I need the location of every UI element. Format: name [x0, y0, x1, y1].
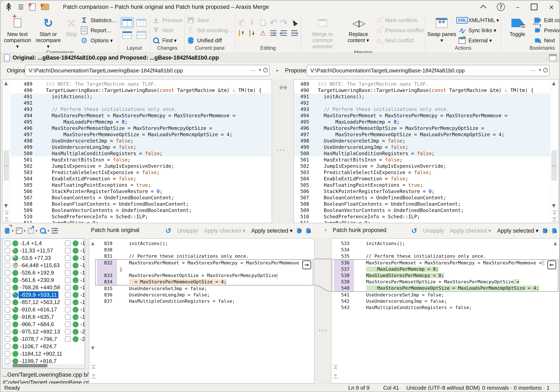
menu-icon[interactable]: ☰ [18, 3, 24, 11]
open-icon[interactable]: + [41, 4, 49, 10]
hunk-list-item[interactable]: -190 [64, 306, 85, 313]
push-right-button[interactable]: → [290, 28, 299, 38]
proposed-path-input[interactable] [307, 65, 550, 76]
hunk-checkbox[interactable] [65, 248, 70, 253]
original-pane[interactable]: ▲ ▼ 489/// NOTE: The TargetMachine owns … [2, 79, 272, 223]
hunk-list-item[interactable]: -1184,12 +902,11 [3, 350, 62, 357]
hunk-list-item[interactable]: -910,6 +616,17 [3, 306, 62, 313]
hunk-checkbox[interactable] [5, 241, 10, 246]
hunk-list-item[interactable]: -975,12 +692,13 [3, 328, 62, 335]
hunk-list-item[interactable]: -1,4 +1,4 [3, 240, 62, 247]
new-text-comparison-button[interactable]: +New text comparison ▾ [3, 15, 32, 50]
hunk-list-item[interactable]: -161 [64, 284, 85, 291]
hunk-checkbox[interactable] [65, 241, 70, 246]
scroll-up-icon[interactable]: ▲ [91, 241, 95, 246]
patch-hunk-original-pane[interactable]: ▲ ▼ 829 initActions();830831 // Perform … [89, 238, 315, 383]
layout-option-3[interactable] [121, 30, 134, 40]
apply-selected-button[interactable]: Apply selected ▾ [497, 227, 539, 234]
hunk-list-item[interactable]: -141 [64, 254, 85, 262]
maximize-pane-icon[interactable] [549, 54, 557, 61]
bookmark-toggle-button[interactable]: ±Toggle [503, 15, 532, 37]
paste-button[interactable] [237, 18, 247, 27]
hunk-list-item[interactable]: -526,6 +192,9 [3, 269, 62, 276]
hunk-list-item[interactable]: -191 [64, 313, 85, 321]
apply-down-icon[interactable]: ↓ [305, 227, 311, 234]
hunk-checkbox[interactable] [65, 277, 70, 283]
original-path-input[interactable] [25, 65, 270, 76]
hunk-list-item[interactable]: -145 [64, 269, 85, 276]
hunk-list-item[interactable]: -151 [64, 276, 85, 284]
hunk-checkbox[interactable] [65, 285, 70, 290]
hunk-checkbox[interactable] [5, 322, 10, 327]
patch-format-button[interactable]: ↷▾ [3, 227, 14, 235]
accept-lines-button[interactable]: ✓ [269, 28, 278, 38]
hunk-checkbox[interactable] [5, 248, 10, 253]
insert-below-button[interactable]: ↓ [247, 28, 257, 38]
hunk-checkbox[interactable] [5, 343, 10, 349]
hunk-checkbox[interactable] [5, 299, 10, 305]
hunk-checkbox[interactable] [65, 262, 70, 268]
hunk-list-item[interactable]: -64,448 +115,63 [3, 262, 62, 269]
hunk-checkbox[interactable] [5, 351, 10, 357]
copy-button[interactable] [258, 18, 268, 27]
hunk-checkbox[interactable] [65, 322, 70, 327]
hunk-list-item[interactable]: -918,6 +635,7 [3, 313, 62, 321]
report-button[interactable]: Report… [80, 26, 117, 35]
cut-button[interactable] [247, 18, 257, 27]
hunk-list-item[interactable]: -1078,7 +796,7 [3, 335, 62, 343]
bookmark-next-button[interactable]: ↓Next [533, 36, 560, 45]
browse-proposed-icon[interactable]: … [530, 65, 536, 72]
hunk-checkbox[interactable] [5, 329, 10, 334]
apply-selected-button[interactable]: Apply selected ▾ [251, 227, 293, 234]
apply-hunk-button[interactable]: ← [547, 261, 556, 269]
browse-original-icon[interactable]: … [250, 65, 256, 72]
start-or-recompare-button[interactable]: ↻Start or recompare ▾ [34, 15, 63, 50]
proposed-scrollbar[interactable]: ▲ ▼ [550, 80, 558, 223]
hunk-checkbox[interactable] [65, 307, 70, 312]
redo-button[interactable]: ↷ [279, 18, 289, 27]
bookmark-previous-button[interactable]: ↑Previous [533, 26, 560, 35]
hunk-checkbox[interactable] [65, 329, 70, 334]
xml-html-button[interactable]: XMLXML/HTML ▾ [458, 16, 499, 25]
hunk-checkbox[interactable] [5, 314, 10, 320]
proposed-path-dropdown-icon[interactable]: ▾ [539, 67, 541, 72]
maximize-icon[interactable] [531, 4, 538, 10]
find-hunk-button[interactable]: ▾ [39, 227, 50, 235]
original-history-icon[interactable] [263, 68, 268, 72]
hunk-list-item[interactable]: -857,12 +563,12 [3, 299, 62, 306]
options-button[interactable]: ⚙Options ▾ [80, 36, 117, 45]
pointer-button[interactable] [290, 18, 299, 27]
hunk-checkbox[interactable] [5, 307, 10, 312]
collapse-ribbon-icon[interactable] [480, 5, 487, 11]
insert-above-button[interactable]: ↑ [237, 28, 247, 38]
help-icon[interactable]: ? [497, 3, 505, 11]
hunk-checkbox[interactable] [65, 270, 70, 276]
original-scrollbar[interactable]: ▲ ▼ [2, 80, 11, 223]
hunk-list-item[interactable]: -129 [64, 247, 85, 254]
external-button[interactable]: ↗External ▾ [458, 36, 499, 45]
hunk-list-item[interactable]: -768,26 +440,58 [3, 284, 62, 291]
hunk-list-item[interactable]: -1199,7 +916,7 [3, 357, 62, 365]
push-left-button[interactable]: ← [279, 28, 289, 38]
layout-option-4[interactable] [135, 30, 148, 40]
hunk-list-item[interactable]: -183 [64, 291, 85, 299]
sync-links-button[interactable]: ↗↙Sync links ▾ [458, 26, 499, 35]
hunk-list-hscrollbar[interactable] [3, 364, 84, 367]
hunk-checkbox[interactable] [5, 358, 10, 364]
proposed-history-icon[interactable] [543, 68, 548, 72]
hunk-list-item[interactable]: -53,6 +77,33 [3, 254, 62, 262]
hunk-checkbox[interactable] [5, 336, 10, 342]
checked-hunks-button[interactable]: ✓▾ [15, 227, 26, 235]
hunk-checkbox[interactable] [5, 262, 10, 268]
hunk-checkbox[interactable] [5, 255, 10, 261]
hunk-list-item[interactable]: -203 [64, 328, 85, 335]
statistics-button[interactable]: ΣStatistics… [80, 16, 117, 25]
minimize-icon[interactable]: – [516, 3, 519, 11]
scroll-up-icon[interactable]: ▲ [552, 80, 556, 86]
apply-up-icon[interactable]: ↑ [542, 227, 548, 234]
remove-change-button[interactable]: ⚠ [258, 28, 268, 38]
scroll-down-icon[interactable]: ▼ [4, 203, 8, 208]
hunk-checkbox[interactable] [65, 255, 70, 261]
apply-up-icon[interactable]: ↑ [296, 227, 302, 234]
hunk-checkbox[interactable] [5, 270, 10, 276]
